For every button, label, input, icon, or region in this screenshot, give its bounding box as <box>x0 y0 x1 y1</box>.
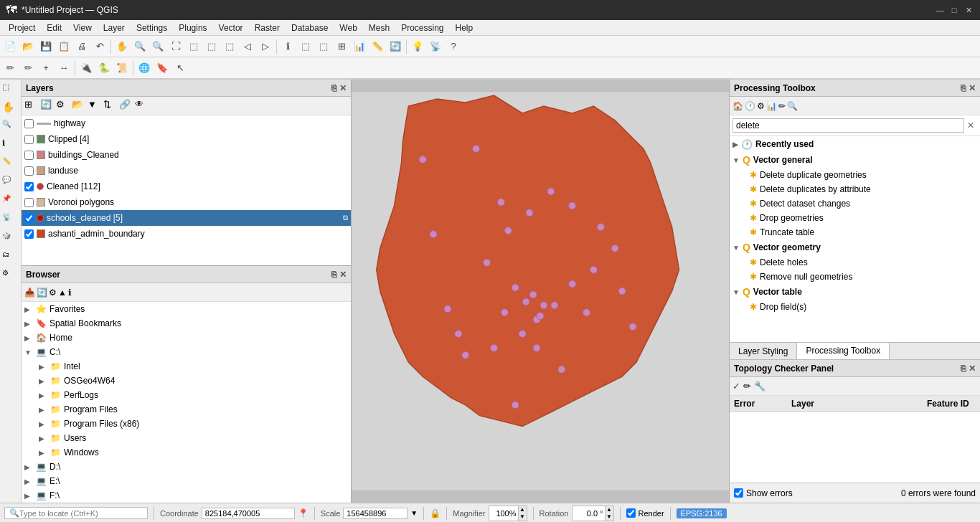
layer-checkbox-cleaned[interactable] <box>24 182 34 191</box>
layer-item-cleaned[interactable]: Cleaned [112] <box>22 179 351 194</box>
attribute-table-button[interactable]: ⊞ <box>333 38 350 55</box>
layer-item-highway[interactable]: highway <box>22 115 351 131</box>
tab-layer-styling[interactable]: Layer Styling <box>730 343 797 359</box>
pin-tool[interactable]: 📌 <box>2 194 19 212</box>
menu-item-project[interactable]: Project <box>3 22 41 34</box>
new-button[interactable]: 📄 <box>1 38 19 55</box>
browser-perflogs[interactable]: ▶ 📁 PerfLogs <box>22 388 351 402</box>
browser-f-drive[interactable]: ▶ 💻 F:\ <box>22 488 351 503</box>
remove-layer-button[interactable]: 🔄 <box>40 99 55 113</box>
locate-search-input[interactable] <box>19 509 134 518</box>
magnifier-up-arrow[interactable]: ▲ <box>518 506 527 513</box>
browser-d-drive[interactable]: ▶ 💻 D:\ <box>22 460 351 474</box>
minimize-button[interactable]: — <box>934 4 946 16</box>
select-tool[interactable]: ⬚ <box>2 82 19 100</box>
annotation-tool[interactable]: 💬 <box>2 176 19 193</box>
menu-item-plugins[interactable]: Plugins <box>173 22 212 34</box>
pt-item-delete-holes[interactable]: ✱ Delete holes <box>730 255 980 270</box>
zoom-out-button[interactable]: 🔍 <box>149 38 166 55</box>
menu-item-layer[interactable]: Layer <box>98 22 131 34</box>
layer-item-ashanti[interactable]: ashanti_admin_boundary <box>22 226 351 242</box>
measure-button[interactable]: 📏 <box>369 38 386 55</box>
menu-item-edit[interactable]: Edit <box>41 22 67 34</box>
layer-checkbox-ashanti[interactable] <box>24 229 34 239</box>
bookmark-button[interactable]: 🔖 <box>154 60 171 77</box>
browser-info-button[interactable]: ℹ <box>68 288 72 298</box>
zoom-selection-button[interactable]: ⬚ <box>185 38 202 55</box>
pan-tool[interactable]: ✋ <box>2 101 19 118</box>
pt-item-detect-dataset-changes[interactable]: ✱ Detect dataset changes <box>730 196 980 211</box>
scale-input[interactable] <box>343 508 407 519</box>
coordinate-input[interactable] <box>202 508 295 519</box>
processing-search-clear[interactable]: ✕ <box>964 120 977 130</box>
rotation-input[interactable] <box>573 508 605 518</box>
layer-link-button[interactable]: 🔗 <box>119 99 133 113</box>
script-button[interactable]: 📜 <box>113 60 131 77</box>
select-button[interactable]: ⬚ <box>297 38 314 55</box>
pt-item-delete-duplicates-by-attribute[interactable]: ✱ Delete duplicates by attribute <box>730 182 980 196</box>
topo-configure-button[interactable]: ✏ <box>743 381 751 392</box>
menu-item-settings[interactable]: Settings <box>131 22 173 34</box>
layer-item-landuse[interactable]: landuse <box>22 163 351 179</box>
print-button[interactable]: 🖨 <box>73 38 90 55</box>
refresh-button[interactable]: 🔄 <box>387 38 404 55</box>
layer-checkbox-voronoi[interactable] <box>24 198 34 207</box>
zoom-tool[interactable]: 🔍 <box>2 120 19 137</box>
plugin-button[interactable]: 🔌 <box>77 60 95 77</box>
browser-close-button[interactable]: ✕ <box>339 270 347 280</box>
rotation-up-arrow[interactable]: ▲ <box>605 506 613 513</box>
layer-checkbox-landuse[interactable] <box>24 166 34 176</box>
epsg-badge[interactable]: EPSG:2136 <box>677 508 727 518</box>
layer-checkbox-clipped[interactable] <box>24 135 34 144</box>
layers-float-button[interactable]: ⎘ <box>331 83 336 93</box>
globe-button[interactable]: 🌐 <box>136 60 153 77</box>
layer-checkbox-schools[interactable] <box>24 214 34 223</box>
menu-item-vector[interactable]: Vector <box>213 22 249 34</box>
topo-close-button[interactable]: ✕ <box>969 364 976 374</box>
magnifier-down-arrow[interactable]: ▼ <box>518 513 527 521</box>
menu-item-web[interactable]: Web <box>334 22 362 34</box>
browser-program-files-x86[interactable]: ▶ 📁 Program Files (x86) <box>22 417 351 431</box>
menu-item-database[interactable]: Database <box>286 22 334 34</box>
magnifier-input[interactable] <box>489 508 518 518</box>
rotation-down-arrow[interactable]: ▼ <box>605 513 613 521</box>
locate-search-box[interactable]: 🔍 <box>4 507 148 519</box>
render-checkbox[interactable] <box>626 508 636 518</box>
save-as-button[interactable]: 📋 <box>55 38 72 55</box>
rotation-spinbox[interactable]: ▲ ▼ <box>572 506 614 521</box>
undo-button[interactable]: ↶ <box>91 38 108 55</box>
add-feature-button[interactable]: + <box>37 60 55 77</box>
gps-tool[interactable]: 📡 <box>2 213 19 230</box>
pt-history-button[interactable]: 🕐 <box>745 101 755 111</box>
pt-float-button[interactable]: ⎘ <box>961 83 966 93</box>
3d-tool[interactable]: 🎲 <box>2 232 19 249</box>
pan-button[interactable]: ✋ <box>113 38 131 55</box>
scale-dropdown-icon[interactable]: ▼ <box>410 509 418 517</box>
add-layer-button[interactable]: ⊞ <box>24 99 39 113</box>
lock-icon[interactable]: 🔒 <box>430 508 440 518</box>
menu-item-processing[interactable]: Processing <box>395 22 449 34</box>
browser-refresh-button[interactable]: 🔄 <box>37 288 47 298</box>
zoom-in-button[interactable]: 🔍 <box>131 38 149 55</box>
layer-visible-button[interactable]: 👁 <box>135 99 149 113</box>
tips-button[interactable]: 💡 <box>409 38 426 55</box>
pt-item-delete-duplicate-geometries[interactable]: ✱ Delete duplicate geometries <box>730 168 980 182</box>
open-layer-button[interactable]: 📂 <box>72 99 86 113</box>
layer-sort-button[interactable]: ⇅ <box>103 99 118 113</box>
layer-item-voronoi[interactable]: Voronoi polygons <box>22 194 351 210</box>
digitize-button[interactable]: ✏ <box>1 60 19 77</box>
show-errors-checkbox[interactable] <box>734 488 743 498</box>
map-area[interactable] <box>352 80 729 503</box>
settings-tool[interactable]: ⚙ <box>2 269 19 286</box>
zoom-full-button[interactable]: ⛶ <box>167 38 184 55</box>
layers-close-button[interactable]: ✕ <box>339 83 347 93</box>
menu-item-help[interactable]: Help <box>450 22 479 34</box>
browser-spatial-bookmarks[interactable]: ▶ 🔖 Spatial Bookmarks <box>22 316 351 331</box>
magnifier-spinbox[interactable]: ▲ ▼ <box>489 506 527 521</box>
layer-item-schools[interactable]: schools_cleaned [5] ⧉ <box>22 210 351 226</box>
browser-home[interactable]: ▶ 🏠 Home <box>22 331 351 345</box>
menu-item-raster[interactable]: Raster <box>249 22 286 34</box>
browser-osgeo4w64[interactable]: ▶ 📁 OSGeo4W64 <box>22 374 351 388</box>
layer-checkbox-highway[interactable] <box>24 119 34 128</box>
browser-e-drive[interactable]: ▶ 💻 E:\ <box>22 474 351 488</box>
